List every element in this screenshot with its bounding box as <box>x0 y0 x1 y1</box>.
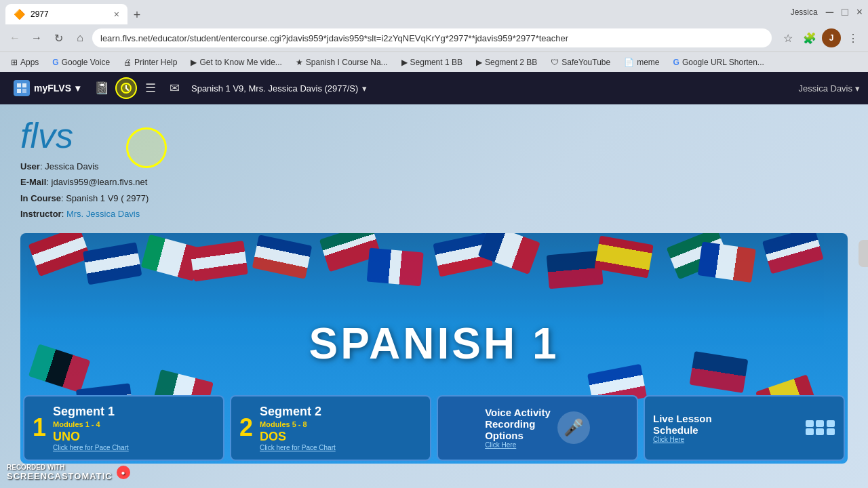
home-button[interactable]: ⌂ <box>71 28 90 47</box>
address-bar[interactable] <box>92 28 772 47</box>
segment1-pace-link[interactable]: Click here for Pace Chart <box>53 444 215 451</box>
bookmark-safeyoutube-label: SafeYouTube <box>561 58 610 67</box>
live-lesson-link[interactable]: Click Here <box>653 436 799 443</box>
profile-button[interactable]: J <box>822 28 841 47</box>
app-bar-user[interactable]: Jessica Davis ▾ <box>799 83 860 94</box>
bookmark-printer-label: Printer Help <box>134 58 177 67</box>
bookmark-google-url-label: Google URL Shorten... <box>682 58 764 67</box>
bookmark-segment1-label: Segment 1 BB <box>410 58 462 67</box>
browser-chrome: 🔶 2977 × + Jessica ─ □ × ← → ↻ ⌂ ☆ 🧩 J ⋮ <box>0 0 868 72</box>
course-label: In Course <box>20 193 61 203</box>
bookmark-safeyoutube[interactable]: 🛡 SafeYouTube <box>545 56 616 68</box>
settings-button[interactable]: ⋮ <box>844 28 863 47</box>
instructor-label: Instructor <box>20 209 62 219</box>
segment1-number: 1 <box>33 415 46 440</box>
bookmark-get-to-know-me[interactable]: ▶ Get to Know Me vide... <box>185 56 287 68</box>
myflvs-button[interactable]: myFLVS ▾ <box>8 77 85 99</box>
voice-activity-card[interactable]: Voice ActivityRecordingOptions Click Her… <box>437 395 638 461</box>
bookmarks-bar: ⊞ Apps G Google Voice 🖨 Printer Help ▶ G… <box>0 52 868 72</box>
live-lesson-info: Live LessonSchedule Click Here <box>653 413 799 443</box>
highlighted-icon-button[interactable] <box>115 77 137 99</box>
watermark-line2: SCREENCASTOMATIC <box>7 471 113 481</box>
segment1-icon: ▶ <box>401 58 408 67</box>
course-title-bar: Spanish 1 V9, Mrs. Jessica Davis (2977/S… <box>191 83 793 94</box>
voice-card-title: Voice ActivityRecordingOptions <box>485 407 551 441</box>
spanish-course-icon: ★ <box>296 58 303 67</box>
course-banner: SPANISH 1 1 Segment 1 Modules 1 - 4 UNO … <box>20 233 848 464</box>
forward-button[interactable]: → <box>27 28 46 47</box>
mail-icon-button[interactable]: ✉ <box>164 77 186 99</box>
tab-title: 2977 <box>31 9 108 19</box>
new-tab-button[interactable]: + <box>127 5 146 24</box>
svg-rect-0 <box>17 83 21 87</box>
segment2-pace-link[interactable]: Click here for Pace Chart <box>260 444 422 451</box>
bookmark-star-button[interactable]: ☆ <box>778 28 797 47</box>
extensions-button[interactable]: 🧩 <box>800 28 819 47</box>
segment2-title: Segment 2 <box>260 405 422 419</box>
window-controls: Jessica ─ □ × <box>791 6 863 18</box>
bookmark-spanish-course[interactable]: ★ Spanish I Course Na... <box>290 56 393 68</box>
bookmark-apps[interactable]: ⊞ Apps <box>5 56 44 68</box>
tab-close-button[interactable]: × <box>114 9 119 19</box>
user-name-value: Jessica Davis <box>45 161 98 171</box>
sched-dot-2 <box>816 420 824 427</box>
minimize-button[interactable]: ─ <box>826 6 833 18</box>
sched-dot-3 <box>827 420 835 427</box>
bookmark-printer-help[interactable]: 🖨 Printer Help <box>118 56 182 68</box>
sched-dot-6 <box>827 428 835 435</box>
live-lesson-card[interactable]: Live LessonSchedule Click Here <box>644 395 845 461</box>
close-window-button[interactable]: × <box>856 6 863 18</box>
course-title-text: Spanish 1 V9, Mrs. Jessica Davis (2977/S… <box>191 83 358 94</box>
bookmark-google-voice[interactable]: G Google Voice <box>47 56 115 68</box>
maximize-button[interactable]: □ <box>842 6 848 18</box>
refresh-button[interactable]: ↻ <box>49 28 68 47</box>
instructor-link[interactable]: Mrs. Jessica Davis <box>66 209 140 219</box>
segment1-title: Segment 1 <box>53 405 215 419</box>
segment2-icon: ▶ <box>476 58 482 67</box>
printer-icon: 🖨 <box>123 58 132 67</box>
bookmark-google-url[interactable]: G Google URL Shorten... <box>668 56 770 68</box>
bookmark-meme[interactable]: 📄 meme <box>618 56 665 68</box>
google-url-icon: G <box>673 58 679 67</box>
segment2-label: DOS <box>260 430 422 444</box>
screencastomatic-logo: ● <box>117 466 130 479</box>
menu-icon-button[interactable]: ☰ <box>140 77 161 99</box>
course-value: Spanish 1 V9 ( 2977) <box>66 193 149 203</box>
meme-icon: 📄 <box>624 58 634 67</box>
back-button[interactable]: ← <box>5 28 24 47</box>
svg-rect-1 <box>22 83 26 87</box>
google-voice-icon: G <box>52 58 58 67</box>
banner-cards: 1 Segment 1 Modules 1 - 4 UNO Click here… <box>20 392 848 464</box>
myflvs-dropdown-icon: ▾ <box>75 83 80 94</box>
bookmark-segment2-bb[interactable]: ▶ Segment 2 BB <box>471 56 542 68</box>
segment1-label: UNO <box>53 430 215 444</box>
voice-card-link[interactable]: Click Here <box>485 441 551 449</box>
svg-rect-2 <box>17 89 21 93</box>
active-tab[interactable]: 🔶 2977 × <box>5 4 127 24</box>
segment2-number: 2 <box>239 415 253 440</box>
segment1-info: Segment 1 Modules 1 - 4 UNO Click here f… <box>53 405 215 451</box>
get-to-know-me-icon: ▶ <box>191 58 197 67</box>
app-bar-user-name: Jessica Davis <box>799 83 852 94</box>
page-content: myFLVS ▾ 📓 ☰ ✉ Spanish 1 V9, Mrs. Jessic… <box>0 72 868 488</box>
app-bar-user-dropdown: ▾ <box>855 83 860 94</box>
tab-bar: 🔶 2977 × + <box>5 0 146 24</box>
user-name-display: Jessica <box>791 7 818 17</box>
notebook-icon-button[interactable]: 📓 <box>91 77 113 99</box>
schedule-icon <box>806 420 835 435</box>
bookmark-segment1-bb[interactable]: ▶ Segment 1 BB <box>396 56 468 68</box>
user-avatar: J <box>822 28 841 47</box>
screencast-watermark: RECORDED WITH SCREENCASTOMATIC ● <box>7 464 130 481</box>
title-bar: 🔶 2977 × + Jessica ─ □ × <box>0 0 868 24</box>
tab-favicon: 🔶 <box>14 9 25 20</box>
sched-dot-4 <box>806 428 814 435</box>
segment1-card[interactable]: 1 Segment 1 Modules 1 - 4 UNO Click here… <box>23 395 224 461</box>
email-label: E-Mail <box>20 177 46 187</box>
watermark-text: RECORDED WITH SCREENCASTOMATIC <box>7 464 113 481</box>
nav-icons: ☆ 🧩 J ⋮ <box>778 28 863 47</box>
flvs-app-bar: myFLVS ▾ 📓 ☰ ✉ Spanish 1 V9, Mrs. Jessic… <box>0 72 868 104</box>
segment2-card[interactable]: 2 Segment 2 Modules 5 - 8 DOS Click here… <box>230 395 431 461</box>
scroll-handle[interactable] <box>859 240 868 267</box>
live-lesson-title: Live LessonSchedule <box>653 413 799 436</box>
segment1-subtitle: Modules 1 - 4 <box>53 420 215 428</box>
